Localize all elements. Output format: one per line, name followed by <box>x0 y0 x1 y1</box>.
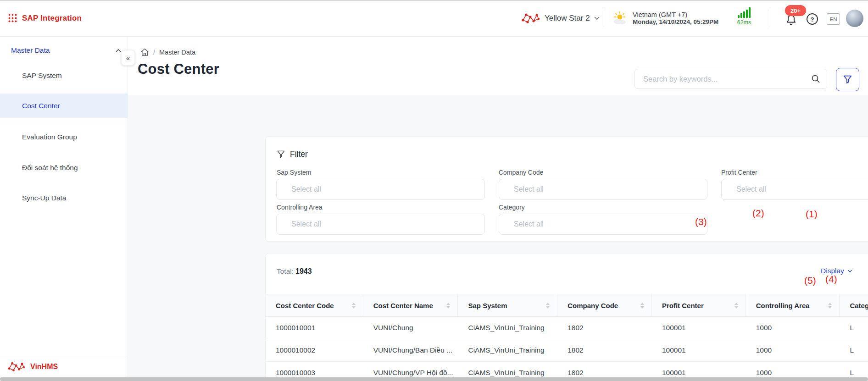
help-button[interactable]: ? <box>806 13 818 27</box>
svg-text:?: ? <box>811 16 814 23</box>
page-title: Cost Center <box>138 61 219 77</box>
filter-select-controlling-area[interactable] <box>276 214 485 235</box>
sidebar-item-doi-soat-he-thong[interactable]: Đối soát hệ thống <box>0 155 128 180</box>
sort-icon[interactable] <box>734 303 738 309</box>
sort-icon[interactable] <box>352 303 356 309</box>
sort-icon[interactable] <box>546 303 550 309</box>
funnel-icon <box>843 75 852 84</box>
language-button[interactable]: EN <box>827 13 840 25</box>
total-label: Total: <box>277 267 294 275</box>
chevron-down-icon <box>594 17 600 20</box>
vinhms-logo-icon <box>7 360 26 373</box>
column-header-cost-center-name[interactable]: Cost Center Name <box>363 294 458 316</box>
sidebar-group-label: Master Data <box>11 46 50 55</box>
annotation-4-edit: (4) <box>825 274 837 285</box>
column-header-cost-center-code[interactable]: Cost Center Code <box>266 294 363 316</box>
column-header-company-code[interactable]: Company Code <box>557 294 652 316</box>
filter-select-profit-center[interactable] <box>721 179 868 200</box>
annotation-3-display: (3) <box>695 216 707 227</box>
user-avatar[interactable] <box>846 10 863 27</box>
filter-select-category[interactable] <box>499 214 707 235</box>
column-header-controlling-area[interactable]: Controlling Area <box>746 294 840 316</box>
annotation-2-export: (2) <box>752 208 764 219</box>
filter-label-sap-system: Sap System <box>277 169 311 176</box>
datetime-label: Monday, 14/10/2024, 05:29PM <box>633 18 718 26</box>
filter-select-sap-system-input[interactable] <box>290 185 484 194</box>
column-header-profit-center[interactable]: Profit Center <box>652 294 746 316</box>
sidebar-item-sap-system[interactable]: SAP System <box>0 63 128 88</box>
sidebar-group-master-data[interactable]: Master Data <box>11 43 121 58</box>
question-circle-icon: ? <box>806 13 818 25</box>
window-edge <box>0 0 868 1</box>
sort-icon[interactable] <box>446 303 450 309</box>
latency-value: 62ms <box>734 19 754 26</box>
cell-profit-center: 100001 <box>652 317 746 339</box>
filter-panel: Filter Clear All Sap System Company Code… <box>265 136 868 242</box>
filter-select-controlling-area-input[interactable] <box>290 220 484 229</box>
footer-brand: VinHMS <box>7 360 58 373</box>
sidebar: Master Data SAP System Cost Center Evalu… <box>0 37 128 381</box>
sidebar-collapse-button[interactable]: « <box>121 50 135 66</box>
column-header-sap-system[interactable]: Sap System <box>458 294 557 316</box>
filter-label-controlling-area: Controlling Area <box>277 204 323 211</box>
sort-icon[interactable] <box>828 303 832 309</box>
latency-indicator: 62ms <box>734 7 754 26</box>
filter-panel-title: Filter <box>290 149 308 159</box>
total-count: Total:1943 <box>277 267 312 276</box>
sidebar-item-evaluation-group[interactable]: Evaluation Group <box>0 125 128 149</box>
cell-category: L <box>840 339 868 361</box>
chevron-up-icon <box>116 49 121 52</box>
topbar: SAP Integration Yellow Star 2 <box>0 0 868 37</box>
keyword-search <box>634 69 827 89</box>
filter-select-profit-center-input[interactable] <box>735 185 868 194</box>
breadcrumb: / Master Data <box>140 48 195 56</box>
cell-profit-center: 100001 <box>652 339 746 361</box>
filter-toggle-button[interactable] <box>836 68 859 91</box>
cell-cost-center-code: 1000010002 <box>266 339 363 361</box>
network-icon <box>521 11 540 25</box>
search-icon[interactable] <box>811 74 820 83</box>
cell-category: L <box>840 317 868 339</box>
cell-sap-system: CiAMS_VinUni_Training <box>458 339 557 361</box>
sidebar-item-cost-center[interactable]: Cost Center <box>0 94 128 118</box>
page-header: / Master Data Cost Center <box>128 37 868 95</box>
locale-info: Vietnam (GMT +7) Monday, 14/10/2024, 05:… <box>612 0 718 36</box>
footer-brand-label: VinHMS <box>30 363 58 371</box>
table-row: 1000010001 VUNI/Chung CiAMS_VinUni_Train… <box>266 317 868 339</box>
grid-dots-icon <box>8 13 17 23</box>
filter-label-company-code: Company Code <box>499 169 543 176</box>
cell-sap-system: CiAMS_VinUni_Training <box>458 317 557 339</box>
breadcrumb-current[interactable]: Master Data <box>159 49 195 56</box>
workspace-name: Yellow Star 2 <box>545 14 590 23</box>
table-header: Cost Center Code Cost Center Name Sap Sy… <box>266 294 868 317</box>
topbar-divider <box>770 10 770 27</box>
filter-label-category: Category <box>499 204 525 211</box>
cell-company-code: 1802 <box>557 317 652 339</box>
filter-select-sap-system[interactable] <box>276 179 485 200</box>
sun-cloud-icon <box>612 11 628 25</box>
keyword-search-input[interactable] <box>642 74 811 84</box>
app-brand: SAP Integration <box>8 0 82 36</box>
results-panel: Total:1943 Display Export <box>265 253 868 381</box>
cell-cost-center-name: VUNI/Chung <box>363 317 458 339</box>
signal-bars-icon <box>734 7 754 18</box>
notification-badge: 20+ <box>785 5 806 16</box>
filter-select-company-code-input[interactable] <box>513 185 707 194</box>
column-header-category[interactable]: Category <box>840 294 868 316</box>
app-root: SAP Integration Yellow Star 2 <box>0 0 868 381</box>
scrollbar-thumb[interactable] <box>0 377 868 381</box>
cell-controlling-area: 1000 <box>746 339 840 361</box>
horizontal-scrollbar[interactable] <box>0 377 868 381</box>
filter-label-profit-center: Profit Center <box>721 169 757 176</box>
cell-controlling-area: 1000 <box>746 317 840 339</box>
filter-select-category-input[interactable] <box>513 220 707 229</box>
filter-select-company-code[interactable] <box>499 179 707 200</box>
sidebar-item-sync-up-data[interactable]: Sync-Up Data <box>0 186 128 210</box>
home-icon[interactable] <box>140 48 149 56</box>
table-row: 1000010002 VUNI/Chung/Ban Điều ... CiAMS… <box>266 339 868 362</box>
funnel-icon <box>277 150 285 159</box>
annotation-1-create: (1) <box>806 209 818 220</box>
workspace-selector[interactable]: Yellow Star 2 <box>521 0 600 36</box>
cell-company-code: 1802 <box>557 339 652 361</box>
sort-icon[interactable] <box>640 303 644 309</box>
